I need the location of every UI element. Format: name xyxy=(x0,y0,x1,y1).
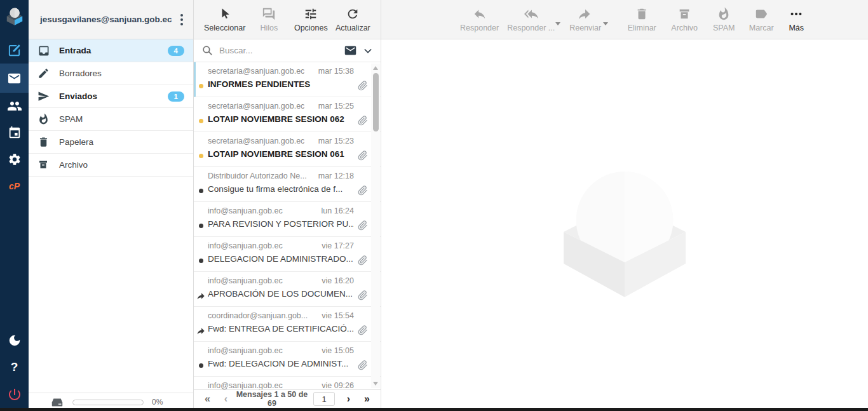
message-list-panel: Seleccionar Hilos Opciones Actualizar se… xyxy=(194,0,381,411)
mail-filter-icon[interactable] xyxy=(344,44,357,57)
spam-button[interactable]: SPAM xyxy=(709,7,739,32)
compose-button[interactable] xyxy=(0,37,29,64)
scroll-down-icon[interactable] xyxy=(373,382,378,386)
next-page-button[interactable]: › xyxy=(340,394,357,404)
chevron-down-icon[interactable] xyxy=(363,46,373,56)
message-row[interactable]: info@sanjuan.gob.ecvie 09:26 xyxy=(194,377,381,389)
attachment-icon xyxy=(358,290,368,300)
unread-badge: 4 xyxy=(168,46,184,56)
archive-icon xyxy=(677,7,691,21)
folder-enviados[interactable]: Enviados 1 xyxy=(29,85,193,108)
read-dot-icon xyxy=(199,363,203,368)
reply-all-icon xyxy=(524,7,538,21)
quota-progress-bar xyxy=(72,400,144,405)
window-edge xyxy=(0,408,868,411)
message-row[interactable]: secretaria@sanjuan.gob.ecmar 15:25 LOTAI… xyxy=(194,97,381,132)
nav-calendar[interactable] xyxy=(0,119,29,146)
forwarded-icon xyxy=(197,292,206,300)
threads-icon xyxy=(262,7,276,21)
message-row[interactable]: secretaria@sanjuan.gob.ecmar 15:23 LOTAI… xyxy=(194,132,381,167)
options-button[interactable]: Opciones xyxy=(291,7,330,32)
cpanel-logo: cP xyxy=(9,181,20,191)
flame-icon xyxy=(37,113,50,126)
account-header: jesusgavilanes@sanjuan.gob.ec xyxy=(29,0,193,39)
tag-icon xyxy=(754,7,768,21)
kebab-menu-icon[interactable] xyxy=(177,11,187,28)
help-button[interactable]: ? xyxy=(11,360,18,374)
folder-papelera[interactable]: Papelera xyxy=(29,131,193,154)
logout-button[interactable] xyxy=(7,387,22,402)
read-dot-icon xyxy=(199,259,203,263)
scrollbar-thumb[interactable] xyxy=(373,73,379,131)
sogo-cube-watermark xyxy=(550,147,700,297)
unread-dot-icon xyxy=(199,119,203,123)
dropdown-caret-icon[interactable] xyxy=(603,22,608,25)
more-dots-icon xyxy=(789,7,803,21)
search-icon xyxy=(201,44,214,57)
forwarded-icon xyxy=(197,327,206,335)
attachment-icon xyxy=(358,255,368,266)
message-row[interactable]: secretaria@sanjuan.gob.ecmar 15:38 INFOR… xyxy=(194,62,381,97)
message-row[interactable]: info@sanjuan.gob.ecvie 17:27 DELEGACION … xyxy=(194,237,381,272)
tune-icon xyxy=(304,7,318,21)
inbox-icon xyxy=(37,44,50,57)
folder-spam[interactable]: SPAM xyxy=(29,108,193,131)
cpanel-link[interactable]: cP xyxy=(0,173,29,199)
flame-icon xyxy=(717,7,731,21)
reply-button[interactable]: Responder xyxy=(459,7,500,32)
scroll-up-icon[interactable] xyxy=(373,66,378,70)
attachment-icon xyxy=(358,151,368,161)
forward-icon xyxy=(578,7,592,21)
more-button[interactable]: Más xyxy=(783,7,809,32)
mark-button[interactable]: Marcar xyxy=(745,7,778,32)
folder-borradores[interactable]: Borradores xyxy=(29,62,193,85)
pencil-icon xyxy=(37,67,50,80)
folder-entrada[interactable]: Entrada 4 xyxy=(29,39,193,62)
reply-all-button[interactable]: Responder ... xyxy=(506,7,556,32)
sent-badge: 1 xyxy=(168,91,184,102)
nav-contacts[interactable] xyxy=(0,93,29,119)
search-input[interactable] xyxy=(219,46,338,55)
pagination-bar: « ‹ Mensajes 1 a 50 de 69 › » xyxy=(194,389,381,408)
dark-mode-toggle[interactable] xyxy=(8,334,22,347)
nav-settings[interactable] xyxy=(0,146,29,173)
mail-sidebar: jesusgavilanes@sanjuan.gob.ec Entrada 4 … xyxy=(29,0,194,411)
last-page-button[interactable]: » xyxy=(358,394,376,404)
message-view-panel: Responder Responder ... Reenviar Elimina… xyxy=(381,0,868,411)
message-row[interactable]: coordinador@sanjuan.gob...vie 15:54 Fwd:… xyxy=(194,307,381,342)
app-rail: cP ? xyxy=(0,0,29,411)
page-number-input[interactable] xyxy=(313,392,335,406)
select-button[interactable]: Seleccionar xyxy=(203,7,247,32)
prev-page-button[interactable]: ‹ xyxy=(217,394,234,404)
cursor-icon xyxy=(218,7,232,21)
read-dot-icon xyxy=(199,189,203,193)
send-icon xyxy=(37,90,50,103)
attachment-icon xyxy=(358,360,368,370)
message-row[interactable]: info@sanjuan.gob.ecvie 15:05 Fwd: DELEGA… xyxy=(194,342,381,377)
search-bar xyxy=(194,39,381,62)
archive-icon xyxy=(37,159,50,172)
empty-message-pane xyxy=(381,39,868,411)
folder-archivo[interactable]: Archivo xyxy=(29,154,193,177)
attachment-icon xyxy=(358,81,368,91)
nav-mail[interactable] xyxy=(0,64,29,93)
forward-button[interactable]: Reenviar xyxy=(567,7,604,32)
threads-button[interactable]: Hilos xyxy=(249,7,288,32)
unread-dot-icon xyxy=(199,84,203,88)
refresh-button[interactable]: Actualizar xyxy=(333,7,372,32)
message-row[interactable]: Distribuidor Autorizado Ne...mar 12:18 C… xyxy=(194,167,381,202)
message-row[interactable]: info@sanjuan.gob.eclun 16:24 PARA REVISI… xyxy=(194,202,381,237)
attachment-icon xyxy=(358,185,368,196)
quota-percent: 0% xyxy=(152,398,163,407)
unread-dot-icon xyxy=(199,154,203,158)
archive-button[interactable]: Archivo xyxy=(666,7,703,32)
dropdown-caret-icon[interactable] xyxy=(555,22,560,25)
message-row[interactable]: info@sanjuan.gob.ecvie 16:20 APROBACIÓN … xyxy=(194,272,381,307)
hard-drive-icon xyxy=(50,395,64,409)
attachment-icon xyxy=(358,325,368,335)
list-scrollbar[interactable] xyxy=(371,64,380,388)
first-page-button[interactable]: « xyxy=(199,394,216,404)
trash-icon xyxy=(635,7,649,21)
reply-icon xyxy=(473,7,487,21)
delete-button[interactable]: Eliminar xyxy=(623,7,660,32)
